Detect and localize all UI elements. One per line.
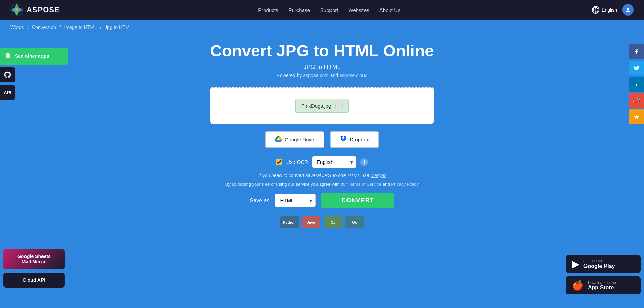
aspose-logo-icon: [10, 3, 23, 16]
file-chip: PinkDogs.jpg −: [295, 99, 349, 113]
nav-support[interactable]: Support: [320, 7, 338, 13]
svg-point-4: [627, 8, 629, 10]
star-icon: ★: [634, 113, 639, 121]
facebook-button[interactable]: [629, 44, 644, 59]
cloud-api-label: Cloud API: [23, 277, 45, 283]
twitter-button[interactable]: [629, 61, 644, 75]
file-drop-zone[interactable]: PinkDogs.jpg −: [210, 87, 434, 124]
convert-button[interactable]: CONVERT: [321, 193, 394, 208]
breadcrumb-jpg-to-html[interactable]: Jpg to HTML: [105, 24, 132, 30]
nav-products[interactable]: Products: [258, 7, 278, 13]
language-selector[interactable]: English: [592, 6, 617, 14]
github-icon: [4, 71, 11, 79]
aspose-cloud-link[interactable]: aspose.cloud: [339, 73, 368, 78]
nav-language: English: [601, 7, 617, 13]
google-play-text: GET IT ON Google Play: [583, 259, 615, 269]
github-button[interactable]: [0, 67, 15, 82]
cloud-api-card[interactable]: Cloud API: [3, 273, 65, 288]
ocr-label: Use OCR: [286, 159, 308, 165]
save-format-select-wrap: HTML PDF DOCX: [275, 194, 316, 207]
see-other-label: See other apps: [15, 53, 49, 59]
linkedin-button[interactable]: in: [629, 77, 644, 92]
ocr-language-select-wrap: English French German Spanish: [312, 156, 356, 168]
user-account-button[interactable]: [622, 4, 634, 16]
api-label: API: [4, 90, 11, 95]
google-sheets-title: Google Sheets: [10, 254, 58, 259]
google-sheets-sub: Mail Merge: [10, 259, 58, 264]
save-format-select[interactable]: HTML PDF DOCX: [275, 194, 316, 207]
aspose-com-link[interactable]: aspose.com: [303, 73, 328, 78]
dropbox-button[interactable]: Dropbox: [330, 131, 379, 148]
ocr-info-button[interactable]: i: [360, 158, 368, 166]
remove-file-button[interactable]: −: [335, 102, 343, 109]
logo-area[interactable]: ASPOSE: [10, 3, 60, 16]
cloud-upload-buttons: Google Drive Dropbox: [265, 131, 379, 148]
breadcrumb-sep2: /: [60, 24, 62, 30]
nav-purchase[interactable]: Purchase: [288, 7, 310, 13]
breadcrumb-image-to-html[interactable]: Image to HTML: [64, 24, 97, 30]
save-as-row: Save as HTML PDF DOCX CONVERT: [250, 193, 394, 208]
linkedin-icon: in: [634, 82, 639, 87]
merger-line: If you need to convert several JPG to on…: [258, 173, 386, 178]
page-title: Convert JPG to HTML Online: [210, 41, 434, 60]
breadcrumb: Words / Conversion / Image to HTML / Jpg…: [0, 20, 644, 35]
tos-link[interactable]: Terms of Service: [349, 182, 382, 187]
globe-icon: [592, 6, 599, 14]
terms-line: By uploading your files or using our ser…: [225, 182, 419, 187]
google-sheets-card[interactable]: Google Sheets Mail Merge: [3, 249, 65, 269]
twitter-icon: [633, 65, 640, 71]
merger-link[interactable]: Merger: [371, 173, 386, 178]
top-navbar: ASPOSE Products Purchase Support Website…: [0, 0, 644, 20]
tech-csharp: C#: [324, 216, 342, 228]
ocr-row: Use OCR English French German Spanish i: [276, 156, 368, 168]
app-store-text: Download on the App Store: [588, 280, 616, 291]
privacy-link[interactable]: Privacy Policy: [391, 182, 419, 187]
tech-python: Python: [280, 216, 299, 228]
app-store-button[interactable]: 🍎 Download on the App Store: [566, 276, 641, 294]
nav-right: English: [592, 4, 634, 16]
breadcrumb-conversion[interactable]: Conversion: [32, 24, 56, 30]
file-name: PinkDogs.jpg: [301, 103, 331, 109]
announce-button[interactable]: 📣: [629, 93, 644, 108]
bottom-left-panel: Google Sheets Mail Merge Cloud API: [3, 249, 65, 288]
tech-chips-row: Python Java C# Go: [280, 216, 364, 228]
svg-point-1: [15, 8, 18, 12]
nav-about[interactable]: About Us: [379, 7, 401, 13]
breadcrumb-words[interactable]: Words: [10, 24, 24, 30]
page-subtitle: JPG to HTML: [303, 64, 340, 71]
google-play-icon: ▶: [572, 258, 579, 270]
brand-name: ASPOSE: [27, 5, 60, 14]
ocr-checkbox[interactable]: [276, 159, 282, 165]
right-social-panel: in 📣 ★: [629, 44, 644, 124]
dropbox-icon: [340, 135, 347, 144]
bottom-right-panel: ▶ GET IT ON Google Play 🍎 Download on th…: [566, 255, 641, 294]
facebook-icon: [633, 49, 640, 55]
powered-by-text: Powered by aspose.com and aspose.cloud: [277, 73, 368, 78]
ocr-language-select[interactable]: English French German Spanish: [312, 156, 356, 168]
google-drive-button[interactable]: Google Drive: [265, 131, 325, 148]
nav-websites[interactable]: Websites: [348, 7, 369, 13]
google-drive-icon: [275, 135, 282, 144]
save-as-label: Save as: [250, 198, 270, 204]
tech-go: Go: [345, 216, 364, 228]
nav-links: Products Purchase Support Websites About…: [77, 7, 582, 13]
tech-java: Java: [302, 216, 320, 228]
google-play-button[interactable]: ▶ GET IT ON Google Play: [566, 255, 641, 273]
see-other-apps-button[interactable]: See other apps: [0, 48, 68, 65]
breadcrumb-sep3: /: [100, 24, 103, 30]
announce-icon: 📣: [633, 97, 640, 104]
api-button[interactable]: API: [0, 85, 15, 100]
breadcrumb-sep1: /: [27, 24, 30, 30]
left-panel: See other apps API: [0, 48, 68, 100]
file-icon: [5, 52, 12, 60]
apple-icon: 🍎: [572, 280, 584, 291]
star-button[interactable]: ★: [629, 109, 644, 124]
google-drive-label: Google Drive: [285, 137, 315, 142]
main-content: Convert JPG to HTML Online JPG to HTML P…: [0, 35, 644, 239]
dropbox-label: Dropbox: [350, 137, 369, 142]
